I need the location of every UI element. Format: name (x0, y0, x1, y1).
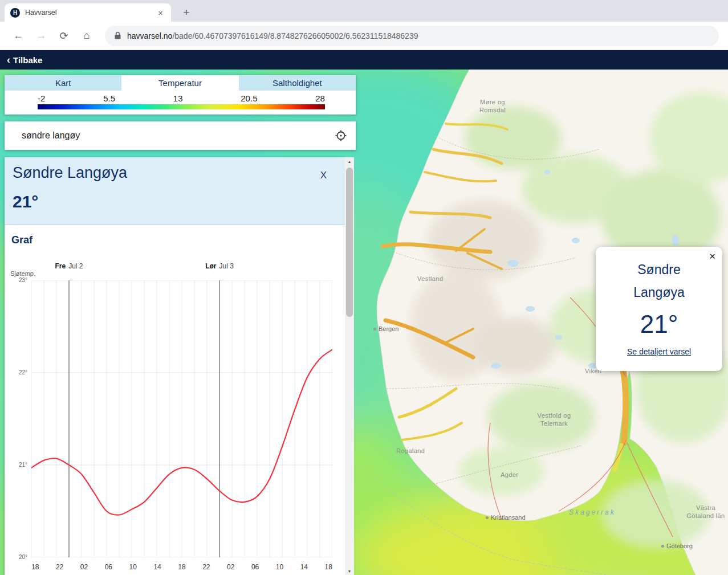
url-host: havvarsel.no (127, 31, 172, 40)
map-label-agder: Agder (501, 471, 518, 479)
y-tick: 20° (11, 554, 27, 560)
popup-name-line2: Langøya (604, 281, 714, 304)
scroll-up-icon[interactable]: ▲ (345, 157, 354, 165)
popup-temperature: 21° (604, 310, 714, 339)
day-name: Lør (205, 262, 216, 270)
x-tick: 22 (56, 563, 63, 571)
chart-y-axis-label: Sjøtemp. (10, 270, 35, 277)
map-label-skagerrak: Skagerrak (569, 508, 616, 517)
popup-close-icon[interactable]: × (709, 250, 715, 263)
browser-tabstrip: H Havvarsel × + (0, 0, 728, 22)
x-tick: 14 (300, 563, 308, 571)
forward-button[interactable]: → (32, 27, 50, 45)
x-tick: 06 (105, 563, 112, 571)
popup-name-line1: Søndre (604, 258, 714, 281)
url-path: /bade/60.46707397616149/8.87482762660500… (172, 31, 418, 40)
x-tick: 18 (325, 563, 332, 571)
x-tick: 22 (202, 563, 210, 571)
layer-tabs-card: Kart Temperatur Saltholdighet -2 5.5 13 … (5, 75, 356, 115)
panel-close-icon[interactable]: X (320, 170, 327, 181)
map-label-vestland: Vestland (417, 275, 443, 283)
city-dot (661, 545, 664, 548)
y-tick: 23° (11, 277, 27, 283)
x-tick: 06 (251, 563, 259, 571)
y-tick: 22° (11, 369, 27, 376)
map-label-vastra-gotaland: Västra Götaland län (685, 504, 726, 520)
locate-button[interactable] (326, 121, 356, 150)
x-tick: 10 (276, 563, 283, 571)
map-city-goteborg: Göteborg (661, 543, 693, 549)
temperature-color-scale (38, 104, 325, 109)
x-tick: 18 (178, 563, 185, 571)
back-button[interactable]: ← (9, 27, 27, 45)
chart-day-marker-lor: LørJul 3 (188, 262, 251, 270)
browser-addressbar: ← → ⟳ ⌂ havvarsel.no/bade/60.46707397616… (0, 22, 728, 50)
scale-tick: -2 (38, 93, 45, 103)
search-card (5, 121, 356, 150)
x-tick: 10 (129, 563, 137, 571)
tab-close-icon[interactable]: × (156, 8, 165, 18)
temperature-chart (31, 280, 332, 557)
city-name: Kristiansand (491, 514, 526, 521)
day-date: Jul 2 (68, 262, 83, 270)
city-dot (373, 328, 376, 331)
map-label-more-og-romsdal: Møre og Romsdal (466, 98, 519, 115)
site-favicon: H (10, 8, 20, 18)
graph-heading: Graf (11, 234, 345, 246)
crosshair-icon (334, 129, 348, 142)
scroll-down-icon[interactable]: ▼ (345, 567, 354, 575)
scale-tick: 28 (315, 93, 325, 103)
url-bar[interactable]: havvarsel.no/bade/60.46707397616149/8.87… (105, 26, 719, 46)
scale-tick: 13 (173, 93, 183, 103)
scale-tick: 5.5 (103, 93, 115, 103)
reload-button[interactable]: ⟳ (55, 27, 73, 45)
day-name: Fre (55, 262, 66, 270)
map-label-rogaland: Rogaland (396, 447, 425, 455)
chart-x-axis: 18 22 02 06 10 14 18 22 02 06 10 14 18 (31, 563, 332, 571)
map-popup: × Søndre Langøya 21° Se detaljert varsel (596, 247, 722, 371)
chevron-left-icon: ‹ (7, 54, 10, 66)
content-area: Møre og Romsdal Vestland Bergen Viken Ve… (0, 70, 728, 575)
x-tick: 18 (31, 563, 39, 571)
browser-tab[interactable]: H Havvarsel × (5, 3, 171, 22)
location-header: Søndre Langøya X 21° (5, 157, 345, 225)
map-city-bergen: Bergen (373, 325, 398, 332)
map-label-vestfold-og-telemark: Vestfold og Telemark (531, 411, 577, 428)
tab-temperatur[interactable]: Temperatur (121, 75, 238, 91)
tab-kart[interactable]: Kart (5, 75, 121, 91)
popup-detail-link[interactable]: Se detaljert varsel (627, 347, 691, 356)
location-temperature: 21° (13, 192, 337, 211)
lock-icon[interactable] (114, 31, 121, 40)
x-tick: 14 (153, 563, 161, 571)
new-tab-button[interactable]: + (179, 5, 194, 20)
site-topbar: ‹ Tilbake (0, 50, 728, 70)
city-name: Bergen (379, 325, 398, 332)
city-dot (486, 516, 489, 519)
chart-day-marker-fre: FreJul 2 (38, 262, 100, 270)
home-button[interactable]: ⌂ (78, 27, 96, 45)
y-tick: 21° (11, 462, 27, 468)
popup-location-name: Søndre Langøya (604, 258, 714, 304)
back-link[interactable]: Tilbake (13, 55, 42, 65)
search-input[interactable] (5, 130, 326, 141)
x-tick: 02 (227, 563, 234, 571)
scale-tick: 20.5 (241, 93, 257, 103)
map-city-kristiansand: Kristiansand (486, 514, 526, 521)
location-title: Søndre Langøya (13, 164, 337, 182)
city-name: Göteborg (666, 543, 693, 549)
panel-scrollbar[interactable]: ▲ ▼ (345, 157, 354, 575)
x-tick: 02 (80, 563, 88, 571)
scrollbar-thumb[interactable] (346, 168, 353, 317)
layer-tabs: Kart Temperatur Saltholdighet (5, 75, 356, 91)
tab-saltholdighet[interactable]: Saltholdighet (239, 75, 356, 91)
color-scale-labels: -2 5.5 13 20.5 28 (38, 93, 325, 103)
location-panel: Søndre Langøya X 21° Graf Sjøtemp. 23° 2… (5, 157, 345, 575)
day-date: Jul 3 (219, 262, 233, 270)
browser-tab-title: Havvarsel (25, 9, 156, 17)
